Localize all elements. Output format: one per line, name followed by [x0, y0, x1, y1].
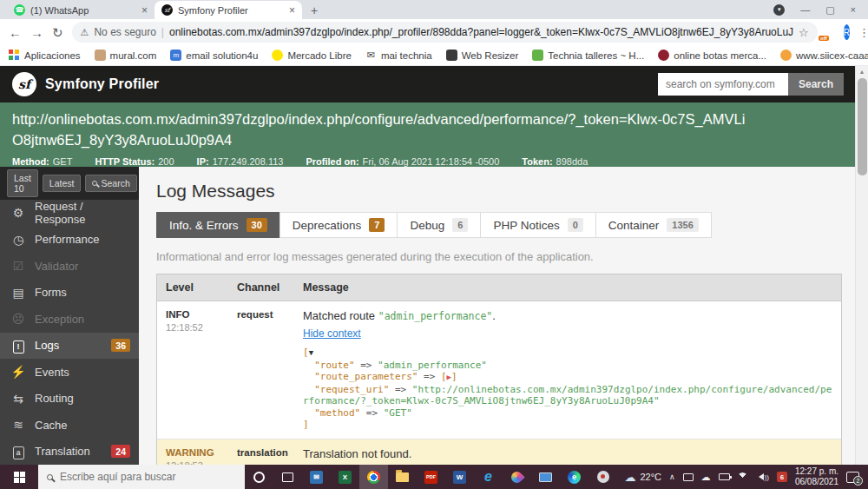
profile-circle-icon[interactable]: ▾: [773, 4, 785, 16]
sidebar-item-logs[interactable]: !Logs36: [0, 333, 139, 360]
maximize-button[interactable]: ▢: [825, 4, 834, 16]
forward-icon[interactable]: →: [30, 26, 43, 39]
clock-widget[interactable]: 12:27 p. m.06/08/2021: [795, 466, 838, 488]
tab-info-errors[interactable]: Info. & Errors30: [156, 212, 280, 238]
task-view-button[interactable]: [273, 465, 302, 489]
chrome-app-button[interactable]: [359, 465, 388, 489]
last10-button[interactable]: Last 10: [7, 169, 38, 197]
sidebar-item-translation[interactable]: aTranslation24: [0, 439, 139, 466]
address-bar[interactable]: ⚠ No es seguro | onlinebotas.com.mx/admi…: [72, 22, 818, 43]
page-scrollbar[interactable]: ▲: [855, 66, 868, 465]
collapse-toggle-icon[interactable]: ▼: [309, 348, 313, 357]
dump-line: "route" => "admin_performance": [303, 360, 832, 372]
back-icon[interactable]: ←: [9, 26, 22, 39]
taskbar-search-input[interactable]: [60, 471, 236, 483]
excel-app-button[interactable]: X: [331, 465, 359, 489]
bookmark-item[interactable]: ✉mai technia: [365, 50, 432, 61]
new-tab-button[interactable]: +: [311, 3, 318, 17]
bookmark-apps[interactable]: Aplicaciones: [9, 50, 81, 61]
capture-app-button[interactable]: [589, 465, 617, 489]
bookmark-item[interactable]: mural.com: [95, 50, 157, 61]
tab-symfony-profiler[interactable]: sf Symfony Profiler ×: [155, 1, 302, 19]
sidebar-item-events[interactable]: ⚡Events: [0, 359, 139, 386]
profile-avatar[interactable]: R: [844, 24, 850, 40]
bookmark-star-icon[interactable]: ☆: [799, 26, 809, 39]
action-center-icon[interactable]: 2: [846, 472, 859, 483]
count-badge: 7: [369, 218, 385, 232]
tab-close-icon[interactable]: ×: [289, 5, 295, 16]
bookmark-item[interactable]: Mercado Libre: [272, 50, 352, 61]
edge-icon: e: [568, 471, 581, 484]
weather-widget[interactable]: ☁22°C: [624, 471, 661, 484]
translation-count-badge: 24: [111, 445, 130, 458]
bookmark-item[interactable]: Technia talleres ~ H...: [532, 50, 644, 61]
hide-context-link[interactable]: Hide context: [303, 327, 361, 340]
log-channel: translation: [237, 447, 303, 466]
start-button[interactable]: [0, 465, 38, 489]
remote-desktop-button[interactable]: [531, 465, 560, 489]
dump-line: "route_parameters" => [▶]: [303, 371, 832, 384]
sidebar-item-forms[interactable]: ▤Forms: [0, 280, 139, 307]
onedrive-cloud-icon[interactable]: ☁: [701, 472, 711, 483]
tab-whatsapp[interactable]: ☎ (1) WhatsApp ×: [7, 1, 155, 19]
profiler-header: sf Symfony Profiler Search: [0, 66, 868, 102]
tray-app-badge-icon[interactable]: 6: [777, 472, 787, 482]
col-message: Message: [303, 281, 832, 294]
volume-icon[interactable]: )): [755, 473, 769, 481]
sidebar-item-routing[interactable]: ⇆Routing: [0, 386, 139, 413]
sidebar-item-cache[interactable]: ≋Cache: [0, 412, 139, 439]
tab-container[interactable]: Container1356: [595, 212, 712, 238]
tab-close-icon[interactable]: ×: [141, 5, 148, 16]
bookmark-item[interactable]: online botas merca...: [658, 50, 766, 61]
tray-expand-icon[interactable]: ∧: [669, 472, 675, 481]
bookmark-item[interactable]: www.siicex-caaare...: [780, 50, 868, 61]
log-channel: request: [237, 309, 303, 431]
sidebar-item-request-response[interactable]: ⚙Request / Response: [0, 200, 139, 227]
language-icon: a: [10, 444, 26, 459]
system-tray: ☁22°C ∧ ☁ )) 6 12:27 p. m.06/08/2021 2: [624, 466, 868, 488]
scrollbar-thumb[interactable]: [858, 78, 867, 175]
paint3d-app-button[interactable]: [503, 465, 531, 489]
not-secure-warning-icon[interactable]: ⚠: [81, 27, 89, 38]
log-book-icon: !: [10, 338, 26, 354]
bookmark-item[interactable]: memail solution4u: [170, 50, 258, 61]
profiler-search-input[interactable]: [658, 73, 788, 96]
sidebar-item-exception: ☹Exception: [0, 306, 139, 333]
url-text[interactable]: onlinebotas.com.mx/admin397dzglpo/index.…: [169, 26, 793, 38]
edge-app-button[interactable]: e: [560, 465, 589, 489]
file-explorer-button[interactable]: [388, 465, 417, 489]
browser-menu-icon[interactable]: ⋮: [858, 26, 868, 39]
windows-logo-icon: [14, 472, 25, 483]
checkbox-icon: ☑: [10, 259, 26, 273]
refresh-icon[interactable]: ↻: [52, 26, 63, 39]
tab-deprecations[interactable]: Deprecations7: [279, 212, 398, 238]
mural-favicon: [95, 50, 106, 61]
profiler-search-button[interactable]: Search: [788, 73, 844, 96]
internet-explorer-button[interactable]: e: [474, 465, 503, 489]
word-app-button[interactable]: W: [445, 465, 474, 489]
whatsapp-favicon: ☎: [14, 4, 25, 16]
logs-count-badge: 36: [111, 339, 130, 352]
tab-php-notices[interactable]: PHP Notices0: [480, 212, 595, 238]
pdf-app-button[interactable]: PDF: [417, 465, 445, 489]
wifi-icon[interactable]: [738, 472, 747, 482]
battery-icon[interactable]: [719, 473, 730, 480]
taskbar-search[interactable]: [38, 465, 245, 489]
minimize-button[interactable]: —: [800, 4, 810, 15]
search-button[interactable]: Search: [85, 175, 136, 192]
close-window-button[interactable]: ×: [851, 4, 856, 15]
folder-icon: [396, 472, 409, 482]
mail-app-button[interactable]: ✉: [302, 465, 331, 489]
bookmark-item[interactable]: Web Resizer: [446, 50, 519, 61]
route-name-code: "admin_performance": [378, 310, 493, 322]
latest-button[interactable]: Latest: [43, 175, 82, 192]
tab-debug[interactable]: Debug6: [397, 212, 481, 238]
scroll-up-icon[interactable]: ▲: [856, 66, 868, 75]
time: 12:27 p. m.: [795, 466, 838, 478]
word-icon: W: [453, 471, 466, 484]
cortana-button[interactable]: [245, 465, 273, 489]
sidebar-item-performance[interactable]: ◷Performance: [0, 227, 139, 254]
col-level: Level: [166, 281, 237, 294]
count-badge: 6: [452, 218, 468, 232]
screen-clip-icon[interactable]: [683, 473, 694, 481]
